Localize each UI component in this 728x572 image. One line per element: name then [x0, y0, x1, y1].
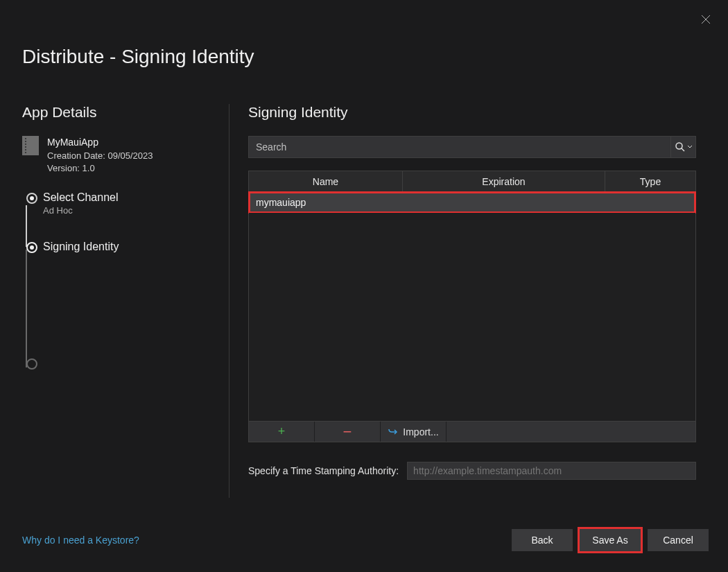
app-version: Version: 1.0: [47, 162, 153, 175]
remove-identity-button[interactable]: −: [315, 422, 381, 442]
column-header-expiration[interactable]: Expiration: [403, 171, 605, 191]
highlighted-row: mymauiapp: [248, 191, 696, 214]
stepper-line: [26, 250, 27, 367]
save-as-button[interactable]: Save As: [580, 529, 641, 551]
import-icon: [388, 428, 399, 436]
step-dot-icon: [26, 193, 37, 204]
footer-buttons: Back Save As Cancel: [512, 529, 709, 551]
tsa-label: Specify a Time Stamping Authority:: [248, 465, 399, 476]
footer: Why do I need a Keystore? Back Save As C…: [0, 519, 728, 561]
plus-icon: +: [278, 424, 286, 439]
signing-identity-heading: Signing Identity: [248, 104, 706, 121]
grid-empty-area: [249, 213, 695, 421]
grid-header: Name Expiration Type: [249, 171, 695, 192]
back-button[interactable]: Back: [512, 529, 573, 551]
app-details-heading: App Details: [22, 104, 229, 121]
step-label: Signing Identity: [43, 241, 229, 253]
table-row[interactable]: mymauiapp: [250, 193, 694, 211]
minus-icon: −: [343, 423, 352, 441]
chevron-down-icon: [687, 144, 693, 150]
step-signing-identity[interactable]: Signing Identity: [28, 241, 229, 253]
app-name: MyMauiApp: [47, 136, 153, 150]
column-header-type[interactable]: Type: [605, 171, 695, 191]
row-name: mymauiapp: [256, 197, 306, 208]
search-input[interactable]: [249, 137, 670, 157]
keystore-help-link[interactable]: Why do I need a Keystore?: [22, 535, 139, 546]
timestamp-authority-row: Specify a Time Stamping Authority:: [248, 462, 696, 480]
close-icon: [701, 15, 711, 24]
search-bar: [248, 136, 696, 158]
app-creation-date: Creation Date: 09/05/2023: [47, 150, 153, 162]
grid-toolbar: + − Import...: [249, 421, 695, 442]
panel-divider: [229, 104, 229, 498]
step-dot-icon: [26, 358, 37, 370]
cancel-button[interactable]: Cancel: [648, 529, 709, 551]
step-select-channel[interactable]: Select Channel Ad Hoc: [28, 191, 229, 216]
import-identity-button[interactable]: Import...: [381, 422, 447, 442]
app-summary: MyMauiApp Creation Date: 09/05/2023 Vers…: [22, 136, 229, 175]
add-identity-button[interactable]: +: [249, 422, 315, 442]
left-panel: App Details MyMauiApp Creation Date: 09/…: [0, 104, 229, 357]
svg-line-3: [682, 148, 684, 151]
toolbar-spacer: [447, 422, 695, 442]
stepper-line: [26, 205, 27, 247]
page-title: Distribute - Signing Identity: [22, 46, 254, 68]
tsa-input[interactable]: [407, 462, 696, 480]
step-label: Select Channel: [43, 191, 229, 204]
search-icon: [675, 141, 686, 153]
column-header-name[interactable]: Name: [249, 171, 403, 191]
identity-grid: Name Expiration Type mymauiapp + − Impo: [248, 171, 696, 442]
step-sublabel: Ad Hoc: [43, 205, 229, 216]
archive-icon: [22, 136, 39, 155]
right-panel: Signing Identity Name Expiration Type my…: [248, 104, 706, 480]
close-button[interactable]: [697, 11, 714, 28]
import-label: Import...: [403, 426, 438, 437]
step-dot-icon: [26, 242, 37, 253]
wizard-stepper: Select Channel Ad Hoc Signing Identity: [22, 191, 229, 253]
svg-point-2: [676, 143, 682, 149]
search-button[interactable]: [670, 137, 695, 157]
